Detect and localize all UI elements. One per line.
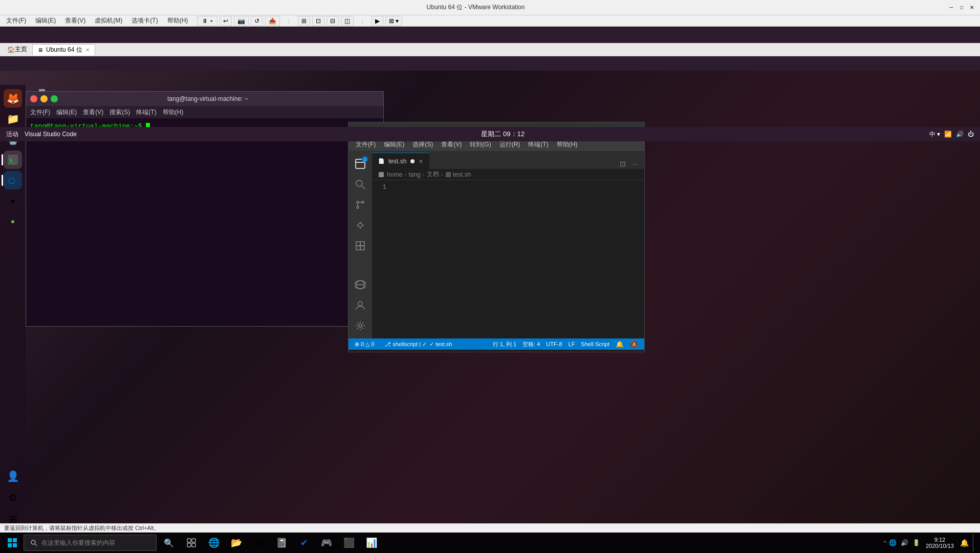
vscode-editor[interactable]: 1 <box>372 180 644 338</box>
terminal-menu-edit[interactable]: 编辑(E) <box>56 108 77 117</box>
status-bell[interactable]: 🔔 <box>614 341 626 348</box>
notification-center[interactable]: 🔔 <box>958 539 971 547</box>
activity-extensions[interactable] <box>352 237 369 254</box>
activity-search[interactable] <box>352 176 369 193</box>
taskbar-app-icons: 🔍 🌐 📂 🛍 📓 ✔ 🎮 ⬛ 📊 <box>158 533 383 553</box>
activity-account[interactable] <box>352 296 369 314</box>
taskbar-task-view[interactable] <box>180 533 203 553</box>
taskbar-app6[interactable]: ⬛ <box>338 533 360 553</box>
activity-settings[interactable] <box>352 317 369 334</box>
terminal-close-button[interactable] <box>30 95 37 102</box>
taskbar-todo[interactable]: ✔ <box>293 533 315 553</box>
menu-file[interactable]: 文件(F) <box>2 15 30 26</box>
vscode-editor-area: 📄 test.sh × ⊡ ··· home <box>372 151 644 338</box>
taskbar-clock[interactable]: 9:12 2020/10/13 <box>924 537 956 549</box>
svg-line-31 <box>35 544 37 546</box>
maximize-button[interactable]: □ <box>957 4 966 12</box>
tray-network[interactable]: 🌐 <box>887 539 898 546</box>
toolbar-send[interactable]: 📤 <box>265 16 280 26</box>
toolbar-snapshot[interactable]: 📷 <box>234 16 249 26</box>
tray-battery[interactable]: 🔋 <box>911 539 922 546</box>
toolbar-console[interactable]: ▶ <box>372 16 383 26</box>
toolbar-unity[interactable]: ⊠ ▾ <box>385 16 402 26</box>
show-desktop-button[interactable] <box>973 534 976 552</box>
more-actions-button[interactable]: ··· <box>630 159 640 169</box>
svg-rect-17 <box>356 246 360 250</box>
taskbar-explorer[interactable]: 📂 <box>225 533 248 553</box>
taskbar-app7[interactable]: 📊 <box>360 533 383 553</box>
tray-show-hidden[interactable]: ^ <box>884 540 886 546</box>
tray-volume[interactable]: 🔊 <box>899 539 910 546</box>
activity-git[interactable] <box>352 196 369 214</box>
dock-vscode[interactable]: ⎔ <box>4 171 22 189</box>
dock-app2[interactable]: ● <box>4 212 22 230</box>
terminal-minimize-button[interactable] <box>40 95 48 102</box>
vscode-app-menu[interactable]: Visual Studio Code <box>25 131 77 138</box>
toolbar-pause[interactable]: ⏸ ▾ <box>197 16 217 26</box>
language-indicator[interactable]: 中 ▾ <box>929 130 940 139</box>
dock-app1[interactable]: ● <box>4 192 22 210</box>
network-icon[interactable]: 📶 <box>944 131 952 138</box>
tab-ubuntu[interactable]: 🖥 Ubuntu 64 位 ✕ <box>32 44 95 55</box>
taskbar-app5[interactable]: 🎮 <box>315 533 338 553</box>
terminal-menu-file[interactable]: 文件(F) <box>30 108 50 117</box>
terminal-menu-help[interactable]: 帮助(H) <box>163 108 184 117</box>
status-notification[interactable]: 🔕 <box>628 341 640 348</box>
status-git-branch[interactable]: ⎇ shellscript | ✓ ✓ test.sh <box>382 338 454 350</box>
volume-icon[interactable]: 🔊 <box>956 131 964 138</box>
terminal-menu-view[interactable]: 查看(V) <box>83 108 103 117</box>
menu-edit[interactable]: 编辑(E) <box>31 15 60 26</box>
status-position[interactable]: 行 1, 列 1 <box>491 341 518 348</box>
status-spaces[interactable]: 空格: 4 <box>520 341 542 348</box>
breadcrumb-tang[interactable]: tang <box>408 171 420 178</box>
menu-view[interactable]: 查看(V) <box>61 15 90 26</box>
menu-vm[interactable]: 虚拟机(M) <box>91 15 126 26</box>
svg-rect-32 <box>187 539 191 542</box>
terminal-menu-terminal[interactable]: 终端(T) <box>136 108 156 117</box>
terminal-menu-search[interactable]: 搜索(S) <box>110 108 130 117</box>
tab-close-icon[interactable]: ✕ <box>85 47 90 53</box>
toolbar-vm-view3[interactable]: ⊟ <box>326 16 339 26</box>
status-encoding[interactable]: UTF-8 <box>544 341 564 347</box>
dock-firefox[interactable]: 🦊 <box>4 89 22 108</box>
activity-explorer[interactable]: 1 <box>352 155 369 173</box>
toolbar-vm-view1[interactable]: ⊞ <box>298 16 310 26</box>
taskbar-search[interactable]: 在这里输入你要搜索的内容 <box>24 535 157 551</box>
tab-home[interactable]: 🏠 主页 <box>2 44 32 55</box>
vscode-breadcrumb: home › tang › 文档 › test.sh <box>372 169 644 180</box>
taskbar-onenote[interactable]: 📓 <box>270 533 293 553</box>
status-errors[interactable]: ⊗ 0 △ 0 <box>353 338 376 350</box>
toolbar-vm-view2[interactable]: ⊡ <box>312 16 324 26</box>
split-editor-button[interactable]: ⊡ <box>618 159 628 169</box>
dock-account[interactable]: 👤 <box>4 467 22 485</box>
toolbar-restore[interactable]: ↩ <box>220 16 232 26</box>
ubuntu-clock[interactable]: 星期二 09：12 <box>77 130 929 139</box>
menu-help[interactable]: 帮助(H) <box>163 15 192 26</box>
minimize-button[interactable]: ─ <box>947 4 955 12</box>
ubuntu-activities[interactable]: 活动 <box>6 130 18 139</box>
breadcrumb-file[interactable]: test.sh <box>445 171 471 178</box>
tab-close-button[interactable]: × <box>419 157 423 165</box>
dock-settings-gear[interactable]: ⚙ <box>4 488 22 507</box>
status-language[interactable]: Shell Script <box>579 341 612 347</box>
taskbar-edge[interactable]: 🌐 <box>203 533 225 553</box>
terminal-body[interactable]: tang@tang-virtual-machine:~$ <box>26 118 383 326</box>
close-button[interactable]: ✕ <box>968 4 976 12</box>
start-button[interactable] <box>2 534 23 552</box>
taskbar-store[interactable]: 🛍 <box>248 533 270 553</box>
breadcrumb-docs[interactable]: 文档 <box>427 170 439 179</box>
dock-files[interactable]: 📁 <box>4 110 22 128</box>
toolbar-vm-view4[interactable]: ◫ <box>341 16 354 26</box>
activity-debug[interactable] <box>352 217 369 234</box>
error-icon: ⊗ <box>355 341 359 348</box>
dock-terminal[interactable]: $_ <box>4 151 22 169</box>
taskbar-cortana[interactable]: 🔍 <box>158 533 180 553</box>
breadcrumb-home[interactable]: home <box>378 171 402 178</box>
menu-tabs[interactable]: 选项卡(T) <box>127 15 162 26</box>
toolbar-revert[interactable]: ↺ <box>251 16 263 26</box>
power-icon[interactable]: ⏻ <box>968 131 974 138</box>
terminal-maximize-button[interactable] <box>51 95 58 102</box>
vscode-tab-testsh[interactable]: 📄 test.sh × <box>372 153 429 169</box>
activity-remote[interactable] <box>352 276 369 293</box>
status-lineending[interactable]: LF <box>567 341 577 347</box>
